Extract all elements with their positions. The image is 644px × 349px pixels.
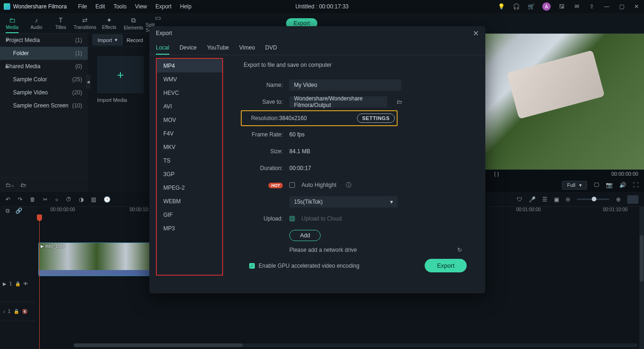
sidebar-sample-color[interactable]: Sample Color(25) [0,73,88,86]
menu-export[interactable]: Export [155,3,172,10]
cut-icon[interactable]: ✂ [43,196,48,203]
upload-icon[interactable]: ⇪ [588,3,595,10]
lock-icon[interactable]: 🔒 [15,281,21,286]
record-button[interactable]: Record [126,37,143,43]
mixer-icon[interactable]: ☰ [542,196,547,203]
size-row: Size: 84.1 MB [244,143,476,160]
format-3gp[interactable]: 3GP [157,167,222,181]
cart-icon[interactable]: 🛒 [527,3,535,10]
format-wmv[interactable]: WMV [157,72,222,86]
collapse-sidebar-icon[interactable]: ◀ [86,75,91,89]
import-media-tile[interactable]: + [97,56,144,93]
audio-track-header[interactable]: ♪1 🔒 🔇 [0,302,36,321]
zoom-fit-icon[interactable] [627,195,638,204]
copy-icon[interactable]: ⧉ [6,207,10,214]
tab-local[interactable]: Local [156,40,169,55]
dialog-title: Export [156,30,172,36]
refresh-icon[interactable]: ↻ [457,247,462,253]
menu-help[interactable]: Help [180,3,192,10]
delete-icon[interactable]: 🗑 [30,196,35,203]
format-avi[interactable]: AVI [157,100,222,113]
format-mp4[interactable]: MP4 [157,59,222,72]
zoom-in-icon[interactable]: ⊕ [616,196,621,203]
snapshot-icon[interactable]: 📷 [606,182,613,188]
timeline-scrollbar[interactable] [74,343,637,347]
mic-icon[interactable]: 🎤 [529,196,536,203]
undo-icon[interactable]: ↶ [6,196,10,203]
gpu-checkbox[interactable] [249,263,255,269]
clock-icon[interactable]: 🕓 [104,196,111,203]
tab-effects[interactable]: ✦Effects [97,13,121,33]
name-input[interactable]: My Video [289,79,401,91]
close-icon[interactable]: ✕ [473,29,479,38]
browse-folder-icon[interactable]: 🗁 [397,99,402,105]
tab-transitions[interactable]: ⇄Transitions [73,13,97,33]
chevron-down-icon: ▾ [115,37,118,43]
headphones-icon[interactable]: 🎧 [512,3,520,10]
playhead[interactable] [39,214,40,349]
auto-highlight-checkbox[interactable] [289,182,295,188]
export-confirm-button[interactable]: Export [425,259,467,272]
quality-select[interactable]: Full▾ [562,181,587,190]
display-icon[interactable]: 🖵 [594,182,599,188]
speed-icon[interactable]: ⏱ [66,196,71,203]
sidebar-sample-green-screen[interactable]: Sample Green Screen(10) [0,99,88,112]
minimize-icon[interactable]: — [603,3,610,10]
tab-media[interactable]: 🗀Media [0,13,24,33]
sidebar-project-media[interactable]: ▼Project Media(1) [0,34,88,47]
menu-edit[interactable]: Edit [96,3,105,10]
video-track-header[interactable]: ▶1 🔒 👁 [0,266,36,302]
greenscreen-icon[interactable]: ▥ [91,196,96,203]
menu-view[interactable]: View [135,3,147,10]
folder-open-icon[interactable]: 🗁 [21,182,26,188]
close-icon[interactable]: ✕ [633,3,640,10]
format-gif[interactable]: GIF [157,208,222,221]
format-mov[interactable]: MOV [157,113,222,127]
tab-dvd[interactable]: DVD [265,40,277,55]
range-icon[interactable]: ▣ [554,196,559,203]
format-mpeg2[interactable]: MPEG-2 [157,181,222,194]
sidebar-shared-media[interactable]: ▶Shared Media(0) [0,60,88,73]
tab-audio[interactable]: ♪Audio [24,13,49,33]
format-webm[interactable]: WEBM [157,194,222,208]
zoom-out-icon[interactable]: ⊖ [566,196,570,203]
tab-device[interactable]: Device [180,40,197,55]
tab-youtube[interactable]: YouTube [207,40,229,55]
avatar[interactable]: A [542,2,551,11]
zoom-slider[interactable] [577,199,609,200]
maximize-icon[interactable]: ▢ [618,3,625,10]
menu-tools[interactable]: Tools [113,3,126,10]
import-button[interactable]: Import▾ [92,35,123,45]
menu-file[interactable]: File [78,3,87,10]
tab-elements[interactable]: ⧉Elements [121,13,146,33]
saveto-input[interactable]: Wondershare/Wondershare Filmora/Output [289,96,387,107]
add-button[interactable]: Add [289,230,321,241]
sidebar-sample-video[interactable]: Sample Video(20) [0,86,88,99]
crop-icon[interactable]: ⟐ [55,196,58,203]
save-icon[interactable]: 🖫 [558,3,566,10]
fullscreen-icon[interactable]: ⛶ [633,182,638,188]
idea-icon[interactable]: 💡 [497,3,505,10]
format-hevc[interactable]: HEVC [157,86,222,100]
eye-icon[interactable]: 👁 [23,281,28,286]
link-icon[interactable]: 🔗 [15,207,22,214]
mute-icon[interactable]: 🔇 [22,309,28,314]
redo-icon[interactable]: ↷ [18,196,22,203]
timeline-scrollbar-vertical[interactable] [639,207,644,349]
message-icon[interactable]: ✉ [573,3,581,10]
info-icon[interactable]: ⓘ [346,181,351,189]
format-mkv[interactable]: MKV [157,140,222,154]
tab-titles[interactable]: TTitles [49,13,73,33]
lock-icon[interactable]: 🔒 [14,309,19,314]
marker-icon[interactable]: 🛡 [517,196,522,203]
volume-icon[interactable]: 🔊 [619,182,626,188]
tab-vimeo[interactable]: Vimeo [239,40,255,55]
new-folder-icon[interactable]: 🗀₊ [6,182,14,188]
format-f4v[interactable]: F4V [157,127,222,140]
color-icon[interactable]: ◑ [79,196,84,203]
settings-button[interactable]: SETTINGS [357,114,395,123]
format-mp3[interactable]: MP3 [157,221,222,235]
preset-select[interactable]: 15s(TikTok)▾ [289,196,398,207]
sidebar-folder[interactable]: Folder(1) [0,47,88,60]
format-ts[interactable]: TS [157,154,222,167]
